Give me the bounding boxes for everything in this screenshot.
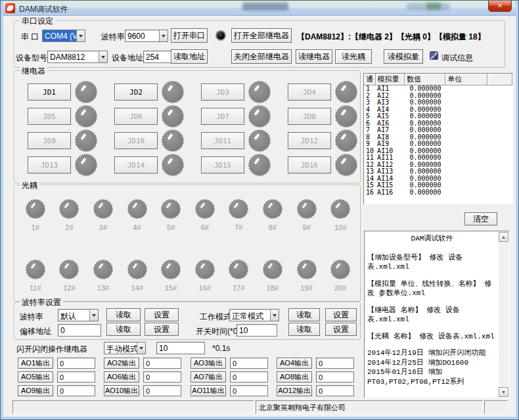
ao-button-1[interactable]: AO1输出: [18, 358, 53, 369]
ao-button-2[interactable]: AO2输出: [104, 358, 139, 369]
opto-cell-16: 16#: [188, 260, 222, 292]
log-panel[interactable]: DAM调试软件 【增加设备型号】 修改 设备表.xml.xml【模拟量 单位、线…: [364, 231, 510, 398]
table-row: 4AI40.000000: [364, 106, 512, 114]
clear-button[interactable]: 清空: [464, 212, 497, 225]
ao-input-8[interactable]: [316, 371, 354, 383]
work-mode-read-button[interactable]: 读取: [288, 308, 320, 321]
opto-label-7: 7#: [235, 223, 242, 231]
titlebar[interactable]: DAM调试软件: [1, 1, 518, 16]
log-entry-2: 【模拟量 单位、线性转换、名称】 修改 参数单位.xml: [367, 279, 497, 298]
ao-input-9[interactable]: [57, 385, 95, 396]
ao-cell-3: AO3输出: [191, 358, 268, 369]
table-cell: 6: [364, 120, 375, 128]
opto-cell-8: 8#: [256, 200, 290, 231]
table-cell: [487, 106, 512, 114]
flash-time-input[interactable]: [156, 342, 205, 354]
ao-button-5[interactable]: AO5输出: [18, 371, 53, 383]
log-scrollbar[interactable]: ▲ ▼: [499, 232, 508, 397]
opto-cell-4: 4#: [120, 200, 154, 231]
flash-mode-dropdown-arrow-icon[interactable]: [137, 342, 145, 354]
opto-knob-18-icon: [263, 260, 282, 279]
baud-select[interactable]: 9600: [125, 30, 168, 42]
relay-button-jd2[interactable]: JD2: [114, 83, 158, 101]
relay-cell-4: JD4: [288, 82, 357, 103]
opto-knob-10-icon: [331, 200, 350, 218]
desktop-bleed-artifact: [426, 3, 441, 10]
relay-button-jd1[interactable]: JD1: [28, 83, 71, 101]
port-dropdown-arrow-icon[interactable]: [76, 30, 85, 41]
ao-button-7[interactable]: AO7输出: [191, 371, 226, 383]
ao-button-10[interactable]: AO10输出: [104, 385, 139, 396]
device-info-label: 【DAM8812】:【继电器 2】【光耦 0】【模拟量 18】: [297, 32, 485, 43]
baud-dropdown-arrow-icon[interactable]: [159, 30, 168, 41]
work-mode-select[interactable]: 正常模式: [229, 309, 279, 321]
ao-input-3[interactable]: [230, 358, 268, 369]
opto-knob-3-icon: [94, 200, 112, 218]
baudrate-select[interactable]: 默认: [58, 309, 99, 321]
ao-button-8[interactable]: AO8输出: [277, 371, 312, 383]
baudrate-read-button[interactable]: 读取: [106, 308, 141, 321]
ao-button-4[interactable]: AO4输出: [277, 358, 312, 369]
scroll-down-icon[interactable]: ▼: [499, 387, 508, 397]
offset-read-button[interactable]: 读取: [106, 323, 141, 336]
work-mode-set-button[interactable]: 设置: [325, 308, 357, 321]
read-addr-button[interactable]: 读取地址: [171, 49, 208, 64]
ao-input-4[interactable]: [316, 358, 354, 369]
offset-set-button[interactable]: 设置: [145, 323, 179, 336]
work-mode-dropdown-arrow-icon[interactable]: [270, 310, 279, 321]
table-cell: [445, 162, 487, 169]
port-label: 串 口: [21, 32, 39, 43]
relay-cell-2: JD2: [114, 82, 183, 103]
port-select[interactable]: COM4 (V): [42, 30, 85, 42]
close-all-relays-button[interactable]: 关闭全部继电器: [231, 49, 292, 64]
log-history-3: 2015年01月16日 增加PT03,PT02,PT08,PT12系列: [367, 367, 497, 386]
ao-button-6[interactable]: AO6输出: [104, 371, 139, 383]
serial-settings-group: 串口设定 串 口 COM4 (V) 波特率 9600 打开串口 打开全部继电器 …: [14, 20, 505, 68]
ao-input-7[interactable]: [230, 371, 268, 383]
baudrate-dropdown-arrow-icon[interactable]: [89, 310, 98, 321]
ao-button-9[interactable]: AO9输出: [18, 385, 53, 396]
ao-input-12[interactable]: [316, 385, 354, 396]
ao-input-5[interactable]: [57, 371, 95, 383]
baudrate-set-button[interactable]: 设置: [145, 308, 179, 321]
opto-label-2: 2#: [65, 223, 73, 231]
open-all-relays-button[interactable]: 打开全部继电器: [231, 28, 292, 43]
scroll-up-icon[interactable]: ▲: [499, 232, 508, 242]
table-cell: AI2: [375, 93, 404, 100]
opto-cell-18: 18#: [256, 260, 290, 292]
table-cell: 0.000000: [404, 154, 445, 162]
ao-input-1[interactable]: [57, 358, 95, 369]
relay-button-jd14: JD14: [114, 156, 158, 174]
switch-time-read-button[interactable]: 读取: [288, 323, 320, 336]
ao-input-10[interactable]: [143, 385, 181, 396]
read-analog-button[interactable]: 读模拟量: [384, 49, 423, 64]
table-cell: [487, 85, 512, 93]
table-cell: AI6: [375, 120, 404, 128]
offset-addr-input[interactable]: [58, 324, 101, 337]
relay-button-jd15: JD15: [201, 156, 244, 174]
ao-button-12[interactable]: AO12输出: [277, 385, 312, 396]
table-cell: 2: [364, 93, 375, 100]
model-dropdown-arrow-icon[interactable]: [99, 51, 107, 62]
flash-mode-select[interactable]: 手动模式: [104, 342, 146, 354]
opto-label-12: 12#: [63, 284, 75, 292]
open-port-button[interactable]: 打开串口: [171, 28, 208, 43]
read-relay-button[interactable]: 读继电器: [296, 49, 332, 64]
table-cell: [445, 154, 487, 162]
opto-knob-15-icon: [162, 260, 180, 279]
debug-info-label[interactable]: 调试信息: [441, 53, 473, 64]
read-opto-button[interactable]: 读光耦: [335, 49, 372, 64]
relay-cell-15: JD15: [201, 154, 270, 175]
ao-input-11[interactable]: [230, 385, 268, 396]
opto-knob-11-icon: [26, 260, 45, 279]
ao-button-11[interactable]: AO11输出: [191, 385, 226, 396]
switch-time-set-button[interactable]: 设置: [325, 323, 357, 336]
ao-button-3[interactable]: AO3输出: [191, 358, 226, 369]
opto-knob-6-icon: [196, 200, 214, 218]
model-select[interactable]: DAM8812: [47, 51, 108, 63]
ao-input-2[interactable]: [143, 358, 181, 369]
ao-input-6[interactable]: [143, 371, 181, 383]
close-button[interactable]: ✕: [488, 1, 512, 12]
switch-time-input[interactable]: [237, 324, 277, 337]
relay-knob-1-icon: [76, 82, 97, 103]
